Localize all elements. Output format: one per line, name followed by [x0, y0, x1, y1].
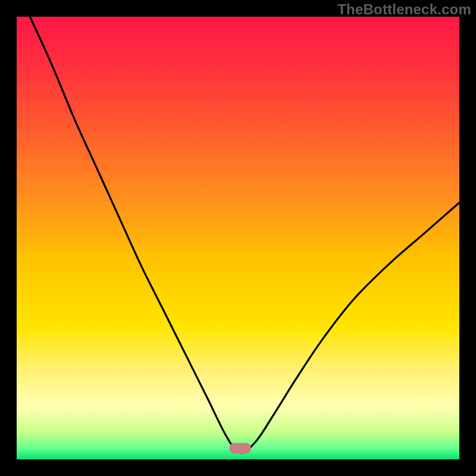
bottleneck-plot [17, 17, 459, 459]
optimal-marker [230, 443, 251, 453]
chart-frame: TheBottleneck.com [0, 0, 476, 476]
gradient-background [17, 17, 459, 459]
watermark-text: TheBottleneck.com [337, 1, 471, 18]
